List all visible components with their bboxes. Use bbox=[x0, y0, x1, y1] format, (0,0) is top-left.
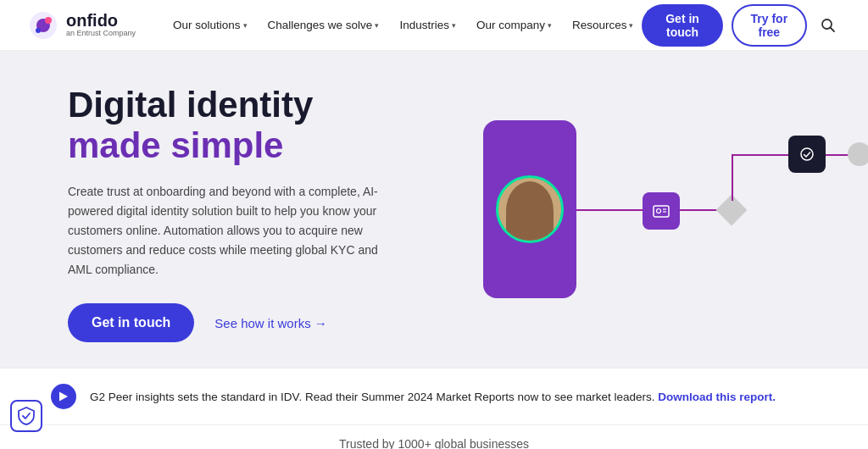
announcement-banner: G2 Peer insights sets the standard in ID… bbox=[0, 368, 868, 424]
nav-item-resources[interactable]: Resources ▾ bbox=[564, 14, 643, 36]
flow-node-circle bbox=[848, 142, 868, 166]
hero-section: Digital identity made simple Create trus… bbox=[0, 51, 868, 368]
logo-sub: an Entrust Company bbox=[66, 29, 136, 39]
phone-mockup bbox=[483, 120, 576, 298]
flow-line-1 bbox=[576, 209, 644, 211]
nav-get-in-touch-button[interactable]: Get in touch bbox=[642, 4, 722, 47]
navbar: onfido an Entrust Company Our solutions … bbox=[0, 0, 868, 51]
hero-description: Create trust at onboarding and beyond wi… bbox=[68, 182, 390, 280]
shield-icon bbox=[18, 407, 35, 425]
nav-item-challenges[interactable]: Challenges we solve ▾ bbox=[259, 14, 388, 36]
onfido-logo-icon bbox=[27, 9, 59, 42]
logo-name: onfido bbox=[66, 12, 136, 29]
logo[interactable]: onfido an Entrust Company bbox=[27, 9, 137, 42]
hero-cta-row: Get in touch See how it works → bbox=[68, 303, 424, 342]
nav-item-company[interactable]: Our company ▾ bbox=[468, 14, 560, 36]
chevron-down-icon: ▾ bbox=[548, 21, 552, 30]
hero-see-how-link[interactable]: See how it works → bbox=[214, 316, 327, 330]
hero-title-line2: made simple bbox=[68, 125, 424, 166]
trusted-text: Trusted by 1000+ global businesses bbox=[339, 437, 529, 449]
hero-title-line1: Digital identity bbox=[68, 85, 424, 125]
flow-line-vertical bbox=[732, 154, 733, 201]
flow-node-id bbox=[643, 192, 680, 230]
chevron-down-icon: ▾ bbox=[375, 21, 379, 30]
hero-left: Digital identity made simple Create trus… bbox=[68, 85, 424, 342]
nav-item-industries[interactable]: Industries ▾ bbox=[391, 14, 465, 36]
nav-try-free-button[interactable]: Try for free bbox=[732, 4, 807, 47]
banner-text: G2 Peer insights sets the standard in ID… bbox=[90, 391, 776, 403]
face-scan-circle bbox=[496, 175, 564, 243]
chevron-down-icon: ▾ bbox=[243, 21, 248, 30]
hero-right bbox=[458, 85, 822, 342]
nav-item-solutions[interactable]: Our solutions ▾ bbox=[164, 14, 256, 36]
svg-point-8 bbox=[657, 209, 661, 213]
chevron-down-icon: ▾ bbox=[452, 21, 456, 30]
svg-line-6 bbox=[831, 27, 835, 31]
trusted-bar: Trusted by 1000+ global businesses bbox=[0, 424, 868, 449]
search-button[interactable] bbox=[815, 13, 841, 38]
flow-node-check bbox=[788, 136, 826, 173]
svg-point-4 bbox=[36, 28, 41, 33]
chevron-down-icon: ▾ bbox=[629, 21, 633, 30]
face-silhouette bbox=[506, 181, 554, 241]
floating-shield-button[interactable] bbox=[10, 400, 42, 432]
search-icon bbox=[821, 18, 836, 33]
banner-download-link[interactable]: Download this report. bbox=[658, 391, 776, 403]
svg-point-3 bbox=[45, 17, 52, 24]
hero-get-in-touch-button[interactable]: Get in touch bbox=[68, 303, 194, 342]
svg-point-11 bbox=[801, 148, 813, 160]
banner-play-icon[interactable] bbox=[51, 384, 76, 409]
nav-links: Our solutions ▾ Challenges we solve ▾ In… bbox=[164, 14, 642, 36]
hero-illustration bbox=[458, 112, 822, 315]
nav-actions: Get in touch Try for free bbox=[642, 4, 841, 47]
